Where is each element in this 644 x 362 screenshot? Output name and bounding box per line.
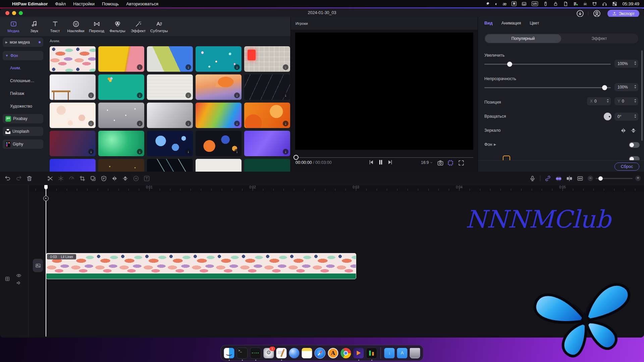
fullscreen-icon[interactable] bbox=[458, 160, 465, 166]
sidebar-item-background[interactable]: ▼ Фон bbox=[3, 51, 43, 60]
segment-popular[interactable]: Популярный bbox=[485, 34, 561, 43]
stepper-icon[interactable] bbox=[634, 99, 636, 103]
lock-icon[interactable] bbox=[553, 1, 558, 6]
stepper-icon[interactable] bbox=[607, 99, 609, 103]
thumbnail-green-blur[interactable] bbox=[98, 131, 144, 156]
menu-item-авторизоваться[interactable]: Авторизоваться bbox=[126, 1, 158, 6]
download-icon[interactable] bbox=[283, 64, 288, 70]
thumbnail-white-paper[interactable] bbox=[196, 159, 241, 172]
input-source-us[interactable]: US bbox=[532, 1, 538, 6]
grid-icon[interactable] bbox=[5, 276, 10, 282]
download-icon[interactable] bbox=[283, 121, 288, 126]
scrollbar[interactable] bbox=[641, 50, 643, 141]
menu-item-настройки[interactable]: Настройки bbox=[73, 1, 95, 6]
opacity-slider-knob[interactable] bbox=[602, 85, 607, 90]
undo-icon[interactable] bbox=[5, 175, 11, 182]
download-icon[interactable] bbox=[88, 93, 94, 98]
thumbnail-white-brick[interactable] bbox=[147, 74, 193, 100]
status-list-icon[interactable] bbox=[573, 1, 578, 6]
rotate-value-box[interactable]: 0° bbox=[614, 113, 638, 121]
thumbnail-yellow-pink-wall[interactable] bbox=[98, 46, 144, 72]
tab-текст[interactable]: Текст bbox=[46, 20, 64, 33]
thumbnail-dark-green[interactable] bbox=[244, 159, 290, 172]
dock-item-stocks[interactable] bbox=[366, 348, 377, 359]
dock-item-font-a[interactable] bbox=[328, 348, 338, 358]
position-y-box[interactable]: Y 0 bbox=[614, 97, 638, 105]
download-icon[interactable] bbox=[234, 64, 240, 70]
thumbnail-neon-streaks[interactable] bbox=[147, 159, 193, 172]
duplicate-icon[interactable] bbox=[90, 175, 96, 182]
stepper-icon[interactable] bbox=[634, 85, 636, 88]
fit-icon[interactable] bbox=[577, 175, 583, 182]
flip-vertical-icon[interactable] bbox=[630, 127, 637, 134]
zoom-slider[interactable] bbox=[484, 64, 611, 65]
stepper-icon[interactable] bbox=[634, 61, 636, 65]
safe-area-icon[interactable] bbox=[447, 160, 454, 166]
thumbnail-paper-green-blue[interactable] bbox=[147, 46, 193, 72]
video-canvas[interactable] bbox=[295, 33, 473, 150]
download-icon[interactable] bbox=[283, 149, 288, 155]
trash-icon[interactable] bbox=[26, 175, 33, 182]
sidebar-item-Пейзаж[interactable]: Пейзаж bbox=[10, 91, 24, 96]
speaker-icon[interactable] bbox=[16, 280, 21, 286]
flip-h-icon[interactable] bbox=[111, 175, 118, 182]
pin-icon[interactable] bbox=[485, 1, 490, 6]
download-icon[interactable] bbox=[283, 93, 288, 98]
zoom-slider-knob[interactable] bbox=[507, 62, 512, 67]
thumbnail-purple-geometric[interactable] bbox=[244, 131, 290, 156]
dock-item-system-settings[interactable]: 1 bbox=[264, 348, 274, 358]
download-icon[interactable] bbox=[234, 121, 240, 126]
tab-фильтры[interactable]: Фильтры bbox=[109, 20, 126, 33]
dock-item-textedit[interactable] bbox=[276, 348, 287, 358]
snap-icon[interactable] bbox=[555, 175, 562, 182]
download-icon[interactable] bbox=[137, 64, 143, 70]
export-button[interactable]: Экспорт bbox=[607, 10, 639, 17]
scrubber-knob[interactable] bbox=[293, 155, 299, 160]
zoom-value-box[interactable]: 100% bbox=[614, 60, 638, 68]
marker-icon[interactable] bbox=[101, 175, 107, 182]
thumbnail-dark-rain[interactable] bbox=[244, 74, 290, 100]
thumbnail-red-blue-dark[interactable] bbox=[50, 131, 96, 156]
dock-item-safari[interactable] bbox=[315, 348, 326, 359]
thumbnail-capsule-pattern[interactable] bbox=[50, 46, 96, 72]
next-frame-button[interactable] bbox=[387, 159, 394, 166]
tab-субтитры[interactable]: Субтитры bbox=[150, 20, 168, 33]
thumbnail-cream-circles[interactable] bbox=[50, 103, 96, 128]
thumbnail-teal-wall-flower[interactable] bbox=[98, 74, 144, 100]
menu-app-name[interactable]: HitPaw Edimakor bbox=[12, 1, 48, 6]
thumbnail-white-room-table[interactable] bbox=[50, 74, 96, 100]
scrubber-track[interactable] bbox=[295, 157, 473, 158]
download-icon[interactable] bbox=[185, 121, 191, 126]
timeline-zoom-slider[interactable] bbox=[596, 178, 633, 179]
trackpad-icon[interactable] bbox=[522, 1, 527, 6]
flip-horizontal-icon[interactable] bbox=[620, 127, 627, 134]
playhead-marker[interactable] bbox=[43, 196, 49, 201]
position-x-box[interactable]: X 0 bbox=[587, 97, 611, 105]
menu-item-помощь[interactable]: Помощь bbox=[102, 1, 119, 6]
page-icon[interactable] bbox=[563, 1, 568, 6]
download-icon[interactable] bbox=[137, 149, 143, 155]
stepper-icon[interactable] bbox=[634, 114, 636, 118]
properties-tab-вид[interactable]: Вид bbox=[484, 21, 493, 25]
flip-v-icon[interactable] bbox=[122, 175, 128, 182]
command-key-icon[interactable]: ⌘ bbox=[512, 1, 517, 6]
video-track-button[interactable] bbox=[33, 259, 43, 272]
thumbnail-grid-wall-red-sign[interactable] bbox=[244, 46, 290, 72]
tab-звук[interactable]: Звук bbox=[25, 20, 43, 33]
display-icon[interactable]: ◐ bbox=[495, 1, 498, 6]
thumbnail-orange-abstract[interactable] bbox=[244, 103, 290, 128]
timeline-zoom-knob[interactable] bbox=[598, 176, 603, 181]
dock-item-hitpaw-edimakor[interactable] bbox=[354, 348, 364, 358]
tab-медиа[interactable]: Медиа bbox=[5, 20, 22, 33]
sidebar-item-my-media[interactable]: ▶ мои медиа bbox=[3, 38, 43, 47]
sidebar-item-Сплошные[interactable]: Сплошные… bbox=[10, 78, 35, 83]
thumbnail-orange-blue-circles[interactable] bbox=[196, 131, 241, 156]
download-icon[interactable] bbox=[137, 93, 143, 98]
eye-icon[interactable] bbox=[16, 273, 21, 278]
sidebar-item-pixabay[interactable]: Pixabay bbox=[3, 114, 43, 123]
minimize-button[interactable] bbox=[12, 11, 16, 15]
dock-item-chrome[interactable] bbox=[341, 348, 351, 358]
zoom-out-button[interactable]: − bbox=[588, 176, 593, 181]
menu-clock[interactable]: 05:39:49 bbox=[622, 1, 639, 6]
mouse-icon[interactable] bbox=[543, 1, 548, 6]
